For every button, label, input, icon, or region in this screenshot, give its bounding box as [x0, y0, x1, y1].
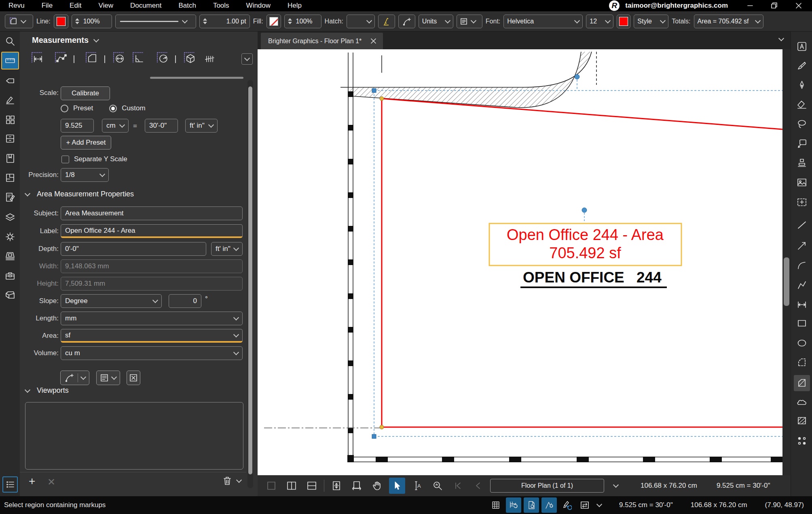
menu-tools[interactable]: Tools — [205, 2, 238, 10]
snap-to-content-icon[interactable] — [524, 497, 539, 513]
polyline-tool-icon[interactable] — [794, 277, 810, 293]
rectangle-tool-icon[interactable] — [794, 315, 810, 331]
status-options-chevron[interactable] — [596, 501, 602, 507]
highlight-mode-button[interactable] — [378, 15, 395, 28]
spinner-arrows-icon[interactable] — [288, 18, 292, 24]
selection-handle[interactable] — [372, 434, 376, 438]
spinner-arrows-icon[interactable] — [203, 18, 207, 24]
lasso-tool-icon[interactable] — [794, 116, 810, 132]
document-tab[interactable]: Brighter Graphics - Floor Plan 1* — [261, 33, 383, 49]
pen-tool-icon[interactable] — [794, 77, 810, 93]
calibrate-button[interactable]: Calibrate — [61, 86, 110, 100]
zoom-tool-icon[interactable] — [429, 478, 446, 494]
polygon-tool-icon[interactable] — [794, 354, 810, 371]
amp-section-header[interactable]: Area Measurement Properties — [25, 190, 134, 198]
close-button[interactable] — [789, 0, 808, 11]
polylength-measurement-icon[interactable] — [54, 51, 68, 67]
menu-file[interactable]: File — [33, 2, 61, 10]
select-tool-icon[interactable] — [389, 478, 405, 494]
vertex-handle[interactable] — [380, 97, 384, 101]
panel-scrollbar[interactable] — [247, 80, 253, 488]
text-tool-icon[interactable] — [794, 38, 810, 55]
line-style-dropdown[interactable] — [115, 15, 196, 28]
stamp-tool-icon[interactable] — [794, 155, 810, 171]
units-dropdown[interactable]: Units — [419, 15, 453, 28]
length-measurement-icon[interactable] — [31, 51, 44, 67]
thumbnails-icon[interactable] — [2, 248, 18, 264]
count-tool-icon[interactable] — [794, 433, 810, 449]
panel-scrollbar-thumb[interactable] — [248, 86, 252, 474]
font-size-dropdown[interactable]: 12 — [586, 15, 613, 28]
first-page-icon[interactable] — [450, 478, 466, 494]
menu-window[interactable]: Window — [238, 2, 279, 10]
viewports-section-header[interactable]: Viewports — [25, 386, 69, 395]
canvas-vscrollbar-thumb[interactable] — [784, 257, 789, 306]
page-selector[interactable]: Floor Plan (1 of 1) — [490, 479, 604, 493]
status-scale[interactable]: 9.525 cm = 30'-0" — [619, 501, 673, 509]
edit-curve-button[interactable] — [398, 15, 415, 28]
font-color-swatch[interactable] — [617, 15, 630, 28]
area-unit-dropdown[interactable]: sf — [61, 329, 243, 343]
polylength-dropdown-chevron[interactable] — [74, 55, 74, 63]
dimension-tool-icon[interactable] — [794, 297, 810, 313]
radius-measurement-icon[interactable] — [156, 51, 170, 67]
select-text-icon[interactable]: A — [409, 478, 425, 494]
scale-to-value-input[interactable]: 30'-0" — [145, 119, 178, 133]
volume-unit-dropdown[interactable]: cu m — [61, 346, 243, 360]
tool-sets-icon[interactable] — [2, 112, 18, 128]
snap-to-markups-icon[interactable] — [541, 497, 557, 513]
area-tool-icon[interactable] — [794, 375, 810, 391]
tab-list-chevron[interactable] — [778, 36, 784, 41]
caption-options-button[interactable] — [96, 371, 120, 385]
area-label-line1[interactable]: Open Office 244 - Area — [507, 226, 664, 243]
flags-icon[interactable] — [2, 73, 18, 89]
account-email[interactable]: taimoor@brightergraphics.com — [625, 2, 728, 10]
layers-icon[interactable] — [2, 209, 18, 225]
line-color-swatch[interactable] — [54, 15, 68, 28]
file-access-icon[interactable] — [2, 131, 18, 147]
delete-measurement-button[interactable] — [127, 371, 140, 385]
area-measurement-icon[interactable] — [85, 51, 99, 67]
precision-dropdown[interactable]: 1/8 — [61, 168, 109, 182]
rotate-handle[interactable] — [575, 74, 579, 79]
add-viewport-button[interactable]: + — [29, 475, 35, 488]
hatch-dropdown[interactable] — [347, 15, 375, 28]
diameter-measurement-icon[interactable] — [112, 51, 126, 67]
current-tool-dropdown[interactable] — [5, 15, 33, 28]
tab-close-icon[interactable] — [370, 38, 376, 44]
minimize-button[interactable] — [741, 0, 759, 11]
line-width-stepper[interactable]: 1.00 pt — [199, 15, 250, 28]
radius-dropdown-chevron[interactable] — [175, 55, 176, 63]
scale-unit-dropdown[interactable]: cm — [102, 119, 129, 133]
previous-page-icon[interactable] — [470, 478, 486, 494]
edit-vertices-button[interactable] — [60, 371, 89, 385]
preset-radio[interactable] — [61, 105, 68, 112]
label-input[interactable]: Open Office 244 - Area — [61, 224, 243, 238]
label-handle[interactable] — [582, 208, 587, 213]
trash-button[interactable] — [222, 476, 233, 488]
fit-page-icon[interactable] — [328, 478, 345, 494]
scale-to-unit-dropdown[interactable]: ft' in" — [185, 119, 218, 133]
snap-to-grid-icon[interactable] — [506, 497, 521, 513]
markups-list-icon[interactable] — [2, 189, 18, 205]
count-measurement-icon[interactable] — [203, 51, 217, 67]
fill-color-swatch[interactable] — [266, 15, 281, 28]
properties-gear-icon[interactable] — [2, 229, 18, 245]
eraser-tool-icon[interactable] — [794, 97, 810, 113]
line-tool-icon[interactable] — [794, 217, 810, 233]
snapshot-tool-icon[interactable] — [794, 194, 810, 211]
bookmarks-icon[interactable] — [2, 150, 18, 166]
signature-pen-icon[interactable] — [2, 92, 18, 108]
style-dropdown[interactable]: Style — [634, 15, 668, 28]
search-icon[interactable] — [2, 33, 18, 49]
length-unit-dropdown[interactable]: mm — [61, 312, 243, 325]
restore-button[interactable] — [765, 0, 784, 11]
trash-options-chevron[interactable] — [236, 477, 242, 483]
page-selector-chevron[interactable] — [613, 482, 619, 488]
add-preset-button[interactable]: + Add Preset — [61, 136, 111, 150]
caption-dropdown[interactable] — [457, 15, 482, 28]
remove-viewport-button[interactable]: ✕ — [47, 476, 55, 488]
viewports-list[interactable] — [25, 402, 243, 470]
brush-tool-icon[interactable] — [794, 58, 810, 74]
angle-measurement-icon[interactable] — [132, 51, 146, 67]
